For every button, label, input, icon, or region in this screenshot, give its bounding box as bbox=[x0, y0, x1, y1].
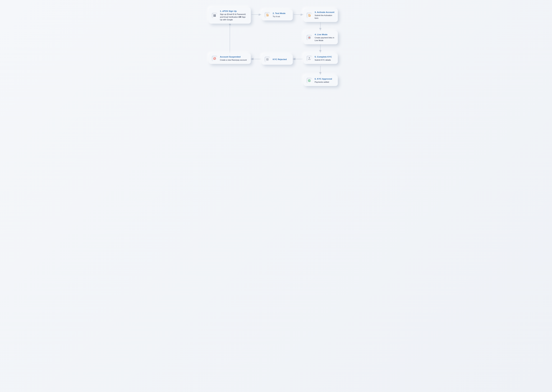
node-title: 6. KYC Approved bbox=[315, 78, 332, 80]
node-testmode: 2. Test Mode Try it out bbox=[262, 10, 293, 21]
node-desc: Sign up (Email ID & Password) and Email … bbox=[220, 13, 248, 21]
node-livemode: 4. Live Mode Create payment links in Liv… bbox=[304, 31, 338, 44]
svg-rect-10 bbox=[214, 16, 215, 17]
node-title: 3. Activate Account bbox=[315, 11, 335, 14]
node-title: 5. Complete KYC bbox=[315, 56, 332, 58]
svg-point-19 bbox=[309, 37, 310, 38]
svg-line-15 bbox=[268, 16, 268, 16]
svg-point-14 bbox=[268, 15, 268, 16]
node-title: 4. Live Mode bbox=[315, 33, 335, 36]
svg-rect-11 bbox=[215, 16, 216, 17]
checkmark-circle-icon bbox=[307, 78, 312, 84]
node-title: Account Suspended bbox=[220, 56, 247, 58]
node-signup: 1. ePOS Sign Up Sign up (Email ID & Pass… bbox=[209, 7, 251, 24]
x-square-icon bbox=[265, 56, 270, 62]
node-desc: Create a new Razorpay account bbox=[220, 59, 247, 62]
node-desc: Submit KYC details bbox=[315, 59, 332, 62]
node-approved: 6. KYC Approved Payments settled bbox=[304, 75, 338, 86]
record-dot-icon bbox=[307, 35, 312, 41]
upload-icon bbox=[307, 56, 312, 61]
svg-rect-8 bbox=[214, 14, 215, 15]
node-desc: Create payment links in Live Mode bbox=[315, 36, 335, 42]
node-desc: Payments settled bbox=[315, 81, 332, 84]
document-edit-icon bbox=[307, 13, 312, 18]
prohibit-icon bbox=[212, 56, 217, 61]
node-activate: 3. Activate Account Submit the Activatio… bbox=[304, 9, 338, 22]
node-title: KYC Rejected bbox=[273, 58, 287, 61]
svg-rect-9 bbox=[215, 14, 216, 15]
node-title: 2. Test Mode bbox=[273, 12, 286, 14]
node-rejected: KYC Rejected bbox=[262, 54, 293, 65]
node-title: 1. ePOS Sign Up bbox=[220, 10, 248, 12]
node-desc: Try it out bbox=[273, 15, 286, 18]
node-suspended: Account Suspended Create a new Razorpay … bbox=[209, 53, 251, 64]
document-search-icon bbox=[265, 12, 270, 18]
node-desc: Submit the Activation form bbox=[315, 14, 335, 20]
svg-line-24 bbox=[214, 58, 215, 59]
node-kyc: 5. Complete KYC Submit KYC details bbox=[304, 53, 338, 64]
grid-icon bbox=[212, 13, 217, 18]
flow-diagram: 1. ePOS Sign Up Sign up (Email ID & Pass… bbox=[200, 0, 352, 105]
